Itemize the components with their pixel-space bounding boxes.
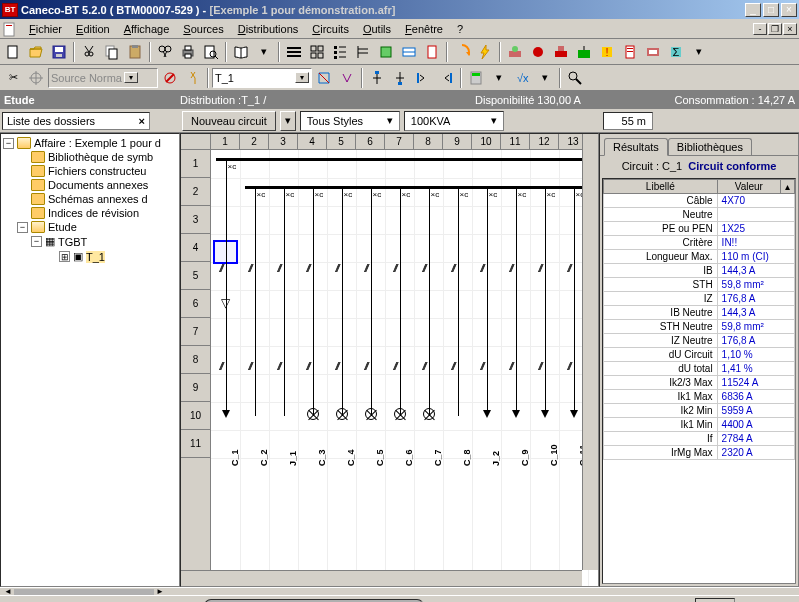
result-row[interactable]: Longueur Max.110 m (CI) [604, 250, 795, 264]
new-circuit-dropdown[interactable]: ▾ [280, 111, 296, 131]
tool-e-icon[interactable]: ! [596, 41, 618, 63]
mdi-minimize-button[interactable]: - [753, 23, 767, 35]
tree-item[interactable]: Schémas annexes d [17, 192, 177, 206]
scrollbar-vertical[interactable] [582, 134, 598, 570]
view6-icon[interactable] [398, 41, 420, 63]
result-row[interactable]: STH59,8 mm² [604, 278, 795, 292]
result-row[interactable]: IB Neutre144,3 A [604, 306, 795, 320]
view7-icon[interactable] [421, 41, 443, 63]
tab-bibliotheques[interactable]: Bibliothèques [668, 138, 752, 155]
result-row[interactable]: Câble4X70 [604, 194, 795, 208]
mdi-restore-button[interactable]: ❐ [768, 23, 782, 35]
result-row[interactable]: STH Neutre59,8 mm² [604, 320, 795, 334]
tool-a-icon[interactable] [504, 41, 526, 63]
menu-edition[interactable]: Edition [69, 21, 117, 37]
result-row[interactable]: PE ou PEN1X25 [604, 222, 795, 236]
row-header[interactable]: 8 [181, 346, 210, 374]
scissors-icon[interactable]: ✂ [2, 67, 24, 89]
col-header[interactable]: 7 [385, 134, 414, 149]
menu-help[interactable]: ? [450, 21, 470, 37]
chevron-down-icon[interactable]: ▾ [383, 114, 397, 127]
row-header[interactable]: 2 [181, 178, 210, 206]
mdi-close-button[interactable]: × [783, 23, 797, 35]
formula-icon[interactable]: √x [511, 67, 533, 89]
col-header[interactable]: 8 [414, 134, 443, 149]
collapse-icon[interactable]: − [31, 236, 42, 247]
tree-item[interactable]: Bibliothèque de symb [17, 150, 177, 164]
result-row[interactable]: Ik1 Min4400 A [604, 418, 795, 432]
book-icon[interactable] [230, 41, 252, 63]
tool-i-icon[interactable]: ▾ [688, 41, 710, 63]
minimize-button[interactable]: _ [745, 3, 761, 17]
panel-close-icon[interactable]: × [139, 115, 145, 127]
col-valeur[interactable]: Valeur [717, 180, 780, 194]
filter2-icon[interactable] [182, 67, 204, 89]
calc-icon[interactable] [465, 67, 487, 89]
col-header[interactable]: 10 [472, 134, 501, 149]
row-header[interactable]: 7 [181, 318, 210, 346]
col-header[interactable]: 11 [501, 134, 530, 149]
col-header[interactable]: 6 [356, 134, 385, 149]
scrollbar-horizontal[interactable] [181, 570, 582, 586]
plus-icon[interactable]: ⊞ [59, 251, 70, 262]
save-icon[interactable] [48, 41, 70, 63]
tree-left-icon[interactable] [412, 67, 434, 89]
result-row[interactable]: dU total1,41 % [604, 362, 795, 376]
tree-right-icon[interactable] [435, 67, 457, 89]
col-header[interactable]: 3 [269, 134, 298, 149]
result-row[interactable]: If2784 A [604, 432, 795, 446]
new-circuit-button[interactable]: Nouveau circuit [182, 111, 276, 131]
find-icon[interactable] [154, 41, 176, 63]
result-row[interactable]: Ik2 Min5959 A [604, 404, 795, 418]
row-header[interactable]: 11 [181, 430, 210, 458]
result-row[interactable]: Ik1 Max6836 A [604, 390, 795, 404]
paste-icon[interactable] [124, 41, 146, 63]
filter-red-icon[interactable] [159, 67, 181, 89]
view4-icon[interactable] [352, 41, 374, 63]
tool-f-icon[interactable] [619, 41, 641, 63]
diagram-canvas[interactable]: ×cC_1×cC_2×cJ_1×cC_3×cC_4×cC_5×cC_6×cC_7… [211, 150, 598, 586]
collapse-icon[interactable]: − [3, 138, 14, 149]
distribution-combo[interactable]: T_1▾ [212, 68, 312, 88]
menu-outils[interactable]: Outils [356, 21, 398, 37]
view2-icon[interactable] [306, 41, 328, 63]
result-row[interactable]: IB144,3 A [604, 264, 795, 278]
calc-dropdown-icon[interactable]: ▾ [488, 67, 510, 89]
col-header[interactable]: 9 [443, 134, 472, 149]
tree-item[interactable]: Fichiers constructeu [17, 164, 177, 178]
refresh-orange-icon[interactable] [451, 41, 473, 63]
view3-icon[interactable] [329, 41, 351, 63]
chevron-down-icon[interactable]: ▾ [487, 114, 501, 127]
nav-purple-icon[interactable] [336, 67, 358, 89]
tree-leaf-t1[interactable]: ⊞▣T_1 [59, 249, 177, 264]
print-icon[interactable] [177, 41, 199, 63]
zoom-icon[interactable] [564, 67, 586, 89]
row-header[interactable]: 6 [181, 290, 210, 318]
open-icon[interactable] [25, 41, 47, 63]
lightning-icon[interactable] [474, 41, 496, 63]
result-row[interactable]: IrMg Max2320 A [604, 446, 795, 460]
collapse-icon[interactable]: − [17, 222, 28, 233]
cut-icon[interactable] [78, 41, 100, 63]
result-row[interactable]: Neutre [604, 208, 795, 222]
copy-icon[interactable] [101, 41, 123, 63]
tool-g-icon[interactable] [642, 41, 664, 63]
target-icon[interactable] [25, 67, 47, 89]
tab-resultats[interactable]: Résultats [604, 138, 668, 156]
maximize-button[interactable]: □ [763, 3, 779, 17]
col-header[interactable]: 12 [530, 134, 559, 149]
dropdown-icon[interactable]: ▾ [253, 41, 275, 63]
kva-combo[interactable]: 100KVA▾ [404, 111, 504, 131]
new-icon[interactable] [2, 41, 24, 63]
source-combo[interactable]: Source Norma▾ [48, 68, 158, 88]
tree-scrollbar[interactable]: ◄► [0, 587, 799, 595]
menu-fenetre[interactable]: Fenêtre [398, 21, 450, 37]
result-row[interactable]: IZ176,8 A [604, 292, 795, 306]
chevron-down-icon[interactable]: ▾ [295, 72, 309, 83]
result-row[interactable]: Ik2/3 Max11524 A [604, 376, 795, 390]
col-header[interactable]: 5 [327, 134, 356, 149]
view5-icon[interactable] [375, 41, 397, 63]
tool-b-icon[interactable] [527, 41, 549, 63]
col-header[interactable]: 4 [298, 134, 327, 149]
tree-up-icon[interactable] [366, 67, 388, 89]
